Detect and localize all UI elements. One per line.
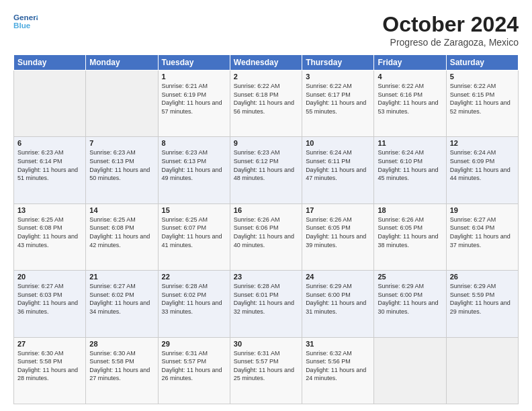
calendar-cell: 23 Sunrise: 6:28 AMSunset: 6:01 PMDaylig… xyxy=(230,271,302,337)
calendar-cell: 2 Sunrise: 6:22 AMSunset: 6:18 PMDayligh… xyxy=(230,71,302,137)
calendar-cell: 16 Sunrise: 6:26 AMSunset: 6:06 PMDaylig… xyxy=(230,203,302,270)
calendar-week-3: 13 Sunrise: 6:25 AMSunset: 6:08 PMDaylig… xyxy=(14,203,519,270)
col-monday: Monday xyxy=(86,55,158,71)
day-number: 21 xyxy=(89,273,154,281)
location: Progreso de Zaragoza, Mexico xyxy=(382,37,519,48)
day-number: 15 xyxy=(162,206,226,214)
day-number: 6 xyxy=(17,139,82,147)
day-info: Sunrise: 6:21 AMSunset: 6:19 PMDaylight:… xyxy=(162,83,222,115)
calendar-cell: 17 Sunrise: 6:26 AMSunset: 6:05 PMDaylig… xyxy=(302,203,374,270)
calendar-cell: 15 Sunrise: 6:25 AMSunset: 6:07 PMDaylig… xyxy=(158,203,230,270)
day-number: 17 xyxy=(306,206,370,214)
svg-text:Blue: Blue xyxy=(13,21,31,30)
calendar-week-1: 1 Sunrise: 6:21 AMSunset: 6:19 PMDayligh… xyxy=(14,71,519,137)
day-info: Sunrise: 6:22 AMSunset: 6:16 PMDaylight:… xyxy=(378,83,438,115)
day-number: 4 xyxy=(378,73,442,81)
calendar-cell: 12 Sunrise: 6:24 AMSunset: 6:09 PMDaylig… xyxy=(446,137,518,203)
day-info: Sunrise: 6:26 AMSunset: 6:05 PMDaylight:… xyxy=(378,216,438,248)
calendar-cell: 6 Sunrise: 6:23 AMSunset: 6:14 PMDayligh… xyxy=(14,137,86,203)
day-number: 23 xyxy=(234,273,298,281)
day-info: Sunrise: 6:27 AMSunset: 6:04 PMDaylight:… xyxy=(450,216,511,248)
day-info: Sunrise: 6:24 AMSunset: 6:11 PMDaylight:… xyxy=(306,149,366,181)
day-info: Sunrise: 6:26 AMSunset: 6:06 PMDaylight:… xyxy=(234,216,294,248)
calendar-cell: 8 Sunrise: 6:23 AMSunset: 6:13 PMDayligh… xyxy=(158,137,230,203)
day-number: 14 xyxy=(89,206,154,214)
calendar-cell: 9 Sunrise: 6:23 AMSunset: 6:12 PMDayligh… xyxy=(230,137,302,203)
day-info: Sunrise: 6:27 AMSunset: 6:03 PMDaylight:… xyxy=(17,283,78,315)
col-tuesday: Tuesday xyxy=(158,55,230,71)
calendar-week-5: 27 Sunrise: 6:30 AMSunset: 5:58 PMDaylig… xyxy=(14,337,519,404)
calendar-cell: 26 Sunrise: 6:29 AMSunset: 5:59 PMDaylig… xyxy=(446,271,518,337)
page: General Blue October 2024 Progreso de Za… xyxy=(0,0,532,411)
calendar-cell: 20 Sunrise: 6:27 AMSunset: 6:03 PMDaylig… xyxy=(14,271,86,337)
month-title: October 2024 xyxy=(382,12,519,37)
calendar-cell: 4 Sunrise: 6:22 AMSunset: 6:16 PMDayligh… xyxy=(374,71,446,137)
calendar-cell: 27 Sunrise: 6:30 AMSunset: 5:58 PMDaylig… xyxy=(14,337,86,404)
day-number: 10 xyxy=(306,139,370,147)
logo: General Blue xyxy=(13,12,38,31)
calendar-cell: 5 Sunrise: 6:22 AMSunset: 6:15 PMDayligh… xyxy=(446,71,518,137)
day-info: Sunrise: 6:25 AMSunset: 6:08 PMDaylight:… xyxy=(89,216,150,248)
col-friday: Friday xyxy=(374,55,446,71)
calendar-body: 1 Sunrise: 6:21 AMSunset: 6:19 PMDayligh… xyxy=(14,71,519,404)
col-saturday: Saturday xyxy=(446,55,518,71)
calendar-cell: 7 Sunrise: 6:23 AMSunset: 6:13 PMDayligh… xyxy=(86,137,158,203)
day-number: 18 xyxy=(378,206,442,214)
day-number: 20 xyxy=(17,273,82,281)
calendar-cell xyxy=(86,71,158,137)
day-info: Sunrise: 6:30 AMSunset: 5:58 PMDaylight:… xyxy=(17,350,78,382)
day-number: 25 xyxy=(378,273,442,281)
day-number: 27 xyxy=(17,340,82,348)
calendar-cell xyxy=(14,71,86,137)
calendar-cell: 1 Sunrise: 6:21 AMSunset: 6:19 PMDayligh… xyxy=(158,71,230,137)
calendar-week-4: 20 Sunrise: 6:27 AMSunset: 6:03 PMDaylig… xyxy=(14,271,519,337)
day-info: Sunrise: 6:28 AMSunset: 6:01 PMDaylight:… xyxy=(234,283,294,315)
calendar-cell: 29 Sunrise: 6:31 AMSunset: 5:57 PMDaylig… xyxy=(158,337,230,404)
calendar-cell: 30 Sunrise: 6:31 AMSunset: 5:57 PMDaylig… xyxy=(230,337,302,404)
day-info: Sunrise: 6:29 AMSunset: 6:00 PMDaylight:… xyxy=(378,283,438,315)
day-info: Sunrise: 6:24 AMSunset: 6:10 PMDaylight:… xyxy=(378,149,438,181)
calendar-cell: 13 Sunrise: 6:25 AMSunset: 6:08 PMDaylig… xyxy=(14,203,86,270)
day-number: 22 xyxy=(162,273,226,281)
day-number: 8 xyxy=(162,139,226,147)
calendar-cell: 22 Sunrise: 6:28 AMSunset: 6:02 PMDaylig… xyxy=(158,271,230,337)
day-number: 19 xyxy=(450,206,515,214)
calendar-cell: 10 Sunrise: 6:24 AMSunset: 6:11 PMDaylig… xyxy=(302,137,374,203)
day-number: 30 xyxy=(234,340,298,348)
calendar-cell: 25 Sunrise: 6:29 AMSunset: 6:00 PMDaylig… xyxy=(374,271,446,337)
day-number: 5 xyxy=(450,73,515,81)
calendar-cell: 28 Sunrise: 6:30 AMSunset: 5:58 PMDaylig… xyxy=(86,337,158,404)
day-info: Sunrise: 6:32 AMSunset: 5:56 PMDaylight:… xyxy=(306,350,366,382)
calendar-week-2: 6 Sunrise: 6:23 AMSunset: 6:14 PMDayligh… xyxy=(14,137,519,203)
day-number: 26 xyxy=(450,273,515,281)
day-number: 11 xyxy=(378,139,442,147)
title-block: October 2024 Progreso de Zaragoza, Mexic… xyxy=(382,12,519,48)
day-number: 7 xyxy=(89,139,154,147)
calendar-cell xyxy=(446,337,518,404)
day-info: Sunrise: 6:22 AMSunset: 6:17 PMDaylight:… xyxy=(306,83,366,115)
col-sunday: Sunday xyxy=(14,55,86,71)
calendar-cell xyxy=(374,337,446,404)
day-number: 24 xyxy=(306,273,370,281)
calendar-header: Sunday Monday Tuesday Wednesday Thursday… xyxy=(14,55,519,71)
logo-icon: General Blue xyxy=(13,12,38,31)
calendar-cell: 3 Sunrise: 6:22 AMSunset: 6:17 PMDayligh… xyxy=(302,71,374,137)
header: General Blue October 2024 Progreso de Za… xyxy=(13,12,519,48)
day-info: Sunrise: 6:27 AMSunset: 6:02 PMDaylight:… xyxy=(89,283,150,315)
day-info: Sunrise: 6:22 AMSunset: 6:15 PMDaylight:… xyxy=(450,83,511,115)
day-info: Sunrise: 6:31 AMSunset: 5:57 PMDaylight:… xyxy=(162,350,222,382)
day-info: Sunrise: 6:31 AMSunset: 5:57 PMDaylight:… xyxy=(234,350,294,382)
day-info: Sunrise: 6:25 AMSunset: 6:07 PMDaylight:… xyxy=(162,216,222,248)
col-thursday: Thursday xyxy=(302,55,374,71)
day-info: Sunrise: 6:25 AMSunset: 6:08 PMDaylight:… xyxy=(17,216,78,248)
day-number: 12 xyxy=(450,139,515,147)
day-number: 29 xyxy=(162,340,226,348)
day-number: 9 xyxy=(234,139,298,147)
day-number: 13 xyxy=(17,206,82,214)
day-number: 3 xyxy=(306,73,370,81)
day-number: 2 xyxy=(234,73,298,81)
day-info: Sunrise: 6:23 AMSunset: 6:14 PMDaylight:… xyxy=(17,149,78,181)
day-info: Sunrise: 6:26 AMSunset: 6:05 PMDaylight:… xyxy=(306,216,366,248)
calendar-cell: 11 Sunrise: 6:24 AMSunset: 6:10 PMDaylig… xyxy=(374,137,446,203)
day-info: Sunrise: 6:23 AMSunset: 6:13 PMDaylight:… xyxy=(162,149,222,181)
